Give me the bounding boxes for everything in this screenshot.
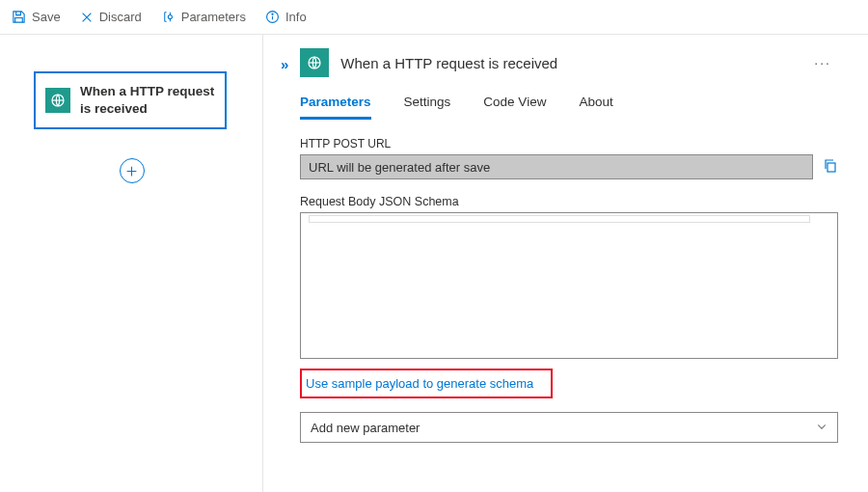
http-url-label: HTTP POST URL [300,137,838,150]
svg-rect-5 [827,163,835,172]
top-toolbar: Save Discard Parameters Info [0,0,868,35]
svg-point-0 [168,14,172,18]
step-icon [300,48,329,77]
plus-icon [125,165,138,178]
discard-button[interactable]: Discard [76,8,146,26]
copy-icon [823,158,838,174]
schema-textarea[interactable] [300,212,838,359]
schema-label: Request Body JSON Schema [300,195,838,208]
more-menu-button[interactable]: ··· [814,55,839,70]
http-trigger-icon [45,88,70,113]
chevron-down-icon [816,421,827,435]
detail-pane: » When a HTTP request is received ··· Pa… [263,35,868,492]
tab-about[interactable]: About [579,95,612,120]
copy-url-button[interactable] [823,158,838,177]
tab-settings[interactable]: Settings [404,95,451,120]
schema-value [303,223,835,356]
schema-scroll-hint [309,215,810,223]
detail-tabs: Parameters Settings Code View About [300,95,868,120]
sample-payload-highlight: Use sample payload to generate schema [300,369,553,398]
discard-label: Discard [99,10,142,24]
add-step-wrap [0,158,263,183]
step-header: » When a HTTP request is received ··· [281,48,868,77]
parameters-icon [161,10,176,24]
info-icon [265,10,280,24]
add-step-button[interactable] [120,158,145,183]
step-title: When a HTTP request is received [340,55,557,71]
parameters-form: HTTP POST URL URL will be generated afte… [300,137,838,443]
use-sample-payload-link[interactable]: Use sample payload to generate schema [306,376,533,391]
body: When a HTTP request is received » When a… [0,35,868,492]
save-icon [12,10,26,24]
trigger-title: When a HTTP request is received [80,83,215,118]
svg-point-2 [272,14,273,14]
add-parameter-dropdown[interactable]: Add new parameter [300,412,838,443]
add-parameter-label: Add new parameter [311,421,420,435]
trigger-card[interactable]: When a HTTP request is received [34,71,227,129]
tab-parameters[interactable]: Parameters [300,95,371,120]
collapse-button[interactable]: » [281,56,288,72]
http-url-field: URL will be generated after save [300,154,813,179]
save-button[interactable]: Save [8,8,65,26]
info-label: Info [285,10,307,24]
http-url-row: URL will be generated after save [300,154,838,179]
parameters-button[interactable]: Parameters [157,8,250,26]
tab-code-view[interactable]: Code View [483,95,546,120]
designer-canvas: When a HTTP request is received [0,35,263,492]
close-icon [80,11,94,24]
parameters-label: Parameters [181,10,246,24]
save-label: Save [32,10,61,24]
info-button[interactable]: Info [261,8,311,26]
